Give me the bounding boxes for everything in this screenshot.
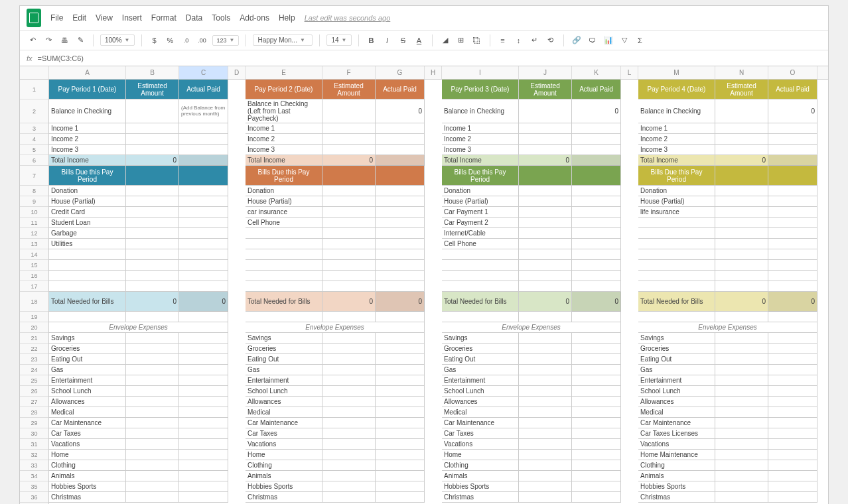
cell[interactable] <box>572 397 621 407</box>
col-header-B[interactable]: B <box>126 66 179 79</box>
cell[interactable] <box>768 407 817 418</box>
cell[interactable] <box>519 281 572 292</box>
cell[interactable] <box>246 312 322 322</box>
more-formats-select[interactable]: 123▼ <box>212 35 240 46</box>
cell[interactable] <box>715 450 768 460</box>
cell[interactable] <box>715 428 768 439</box>
cell[interactable] <box>322 418 376 428</box>
currency-button[interactable]: $ <box>149 34 161 46</box>
bill-label[interactable] <box>49 271 126 281</box>
menu-view[interactable]: View <box>96 13 113 23</box>
bill-label[interactable]: car insurance <box>246 207 322 218</box>
merge-button[interactable]: ⿻ <box>471 34 483 46</box>
balance-label[interactable]: Balance in Checking (Left from Last Payc… <box>246 99 322 123</box>
col-header-I[interactable]: I <box>442 66 519 79</box>
bill-label[interactable] <box>49 249 126 260</box>
income-label[interactable]: Income 1 <box>638 123 715 134</box>
cell[interactable] <box>715 460 768 471</box>
cell[interactable] <box>768 460 817 471</box>
envelope-label[interactable]: Car Taxes <box>49 428 126 439</box>
cell[interactable] <box>768 418 817 428</box>
chart-button[interactable]: 📊 <box>602 34 614 46</box>
cell[interactable] <box>715 239 768 249</box>
cell[interactable] <box>376 333 425 344</box>
envelope-label[interactable]: Home <box>246 450 322 460</box>
cell[interactable] <box>715 271 768 281</box>
total-income-est[interactable]: 0 <box>519 155 572 166</box>
envelope-label[interactable]: Eating Out <box>638 354 715 365</box>
row-header[interactable]: 20 <box>20 322 48 333</box>
balance-est[interactable] <box>715 99 768 123</box>
cell[interactable] <box>322 145 376 155</box>
income-label[interactable]: Income 3 <box>49 145 126 155</box>
select-all-corner[interactable] <box>20 66 49 79</box>
total-income-actual[interactable] <box>572 155 621 166</box>
total-income-label[interactable]: Total Income <box>246 155 322 166</box>
row-header[interactable]: 13 <box>20 239 48 249</box>
decimal-dec-button[interactable]: .0 <box>180 34 192 46</box>
income-label[interactable]: Income 2 <box>49 134 126 145</box>
cell[interactable] <box>179 134 228 145</box>
cell[interactable] <box>519 407 572 418</box>
cell[interactable] <box>572 365 621 375</box>
cell[interactable] <box>126 249 179 260</box>
total-needed-actual[interactable]: 0 <box>376 292 425 312</box>
row-header[interactable]: 14 <box>20 249 48 260</box>
cell[interactable] <box>768 365 817 375</box>
cell[interactable] <box>572 439 621 450</box>
bill-label[interactable] <box>246 228 322 239</box>
envelope-label[interactable]: Hobbies Sports <box>638 481 715 492</box>
bill-label[interactable]: Donation <box>246 186 322 196</box>
cell[interactable] <box>126 207 179 218</box>
cell[interactable] <box>572 281 621 292</box>
menu-add-ons[interactable]: Add-ons <box>240 13 269 23</box>
bill-label[interactable]: Donation <box>49 186 126 196</box>
cell[interactable] <box>322 196 376 207</box>
cell[interactable] <box>322 375 376 386</box>
cell[interactable] <box>519 333 572 344</box>
cell[interactable] <box>126 354 179 365</box>
cell[interactable] <box>376 134 425 145</box>
cell[interactable] <box>519 375 572 386</box>
fill-color-button[interactable]: ◢ <box>439 34 451 46</box>
cell[interactable] <box>126 186 179 196</box>
cell[interactable] <box>572 134 621 145</box>
row-header[interactable]: 34 <box>20 471 48 481</box>
cell[interactable] <box>322 207 376 218</box>
cell[interactable] <box>572 333 621 344</box>
balance-actual[interactable]: 0 <box>572 99 621 123</box>
cell[interactable] <box>376 407 425 418</box>
cell[interactable] <box>376 397 425 407</box>
bill-label[interactable]: Credit Card <box>49 207 126 218</box>
row-header[interactable]: 17 <box>20 281 48 292</box>
cell[interactable] <box>376 312 425 322</box>
cell[interactable] <box>519 492 572 503</box>
menu-file[interactable]: File <box>50 13 63 23</box>
cell[interactable] <box>519 428 572 439</box>
envelope-label[interactable]: Medical <box>246 407 322 418</box>
envelope-label[interactable]: Groceries <box>442 344 519 354</box>
envelope-label[interactable]: Groceries <box>49 344 126 354</box>
cell[interactable] <box>715 386 768 397</box>
col-header-C[interactable]: C <box>179 66 228 79</box>
cell[interactable] <box>179 375 228 386</box>
cell[interactable] <box>519 186 572 196</box>
envelope-label[interactable]: Gas <box>638 365 715 375</box>
cell[interactable] <box>715 375 768 386</box>
envelope-label[interactable]: Allowances <box>246 397 322 407</box>
envelope-label[interactable]: School Lunch <box>246 386 322 397</box>
envelope-label[interactable]: Savings <box>442 333 519 344</box>
cell[interactable] <box>715 481 768 492</box>
cell[interactable] <box>179 397 228 407</box>
total-income-est[interactable]: 0 <box>126 155 179 166</box>
envelope-label[interactable]: Clothing <box>638 460 715 471</box>
cell[interactable] <box>179 407 228 418</box>
cell[interactable] <box>768 312 817 322</box>
balance-est[interactable] <box>322 99 376 123</box>
cell[interactable] <box>768 428 817 439</box>
cell[interactable] <box>519 123 572 134</box>
cell[interactable] <box>519 365 572 375</box>
bill-label[interactable] <box>246 260 322 271</box>
cell[interactable] <box>179 196 228 207</box>
cell[interactable] <box>376 228 425 239</box>
